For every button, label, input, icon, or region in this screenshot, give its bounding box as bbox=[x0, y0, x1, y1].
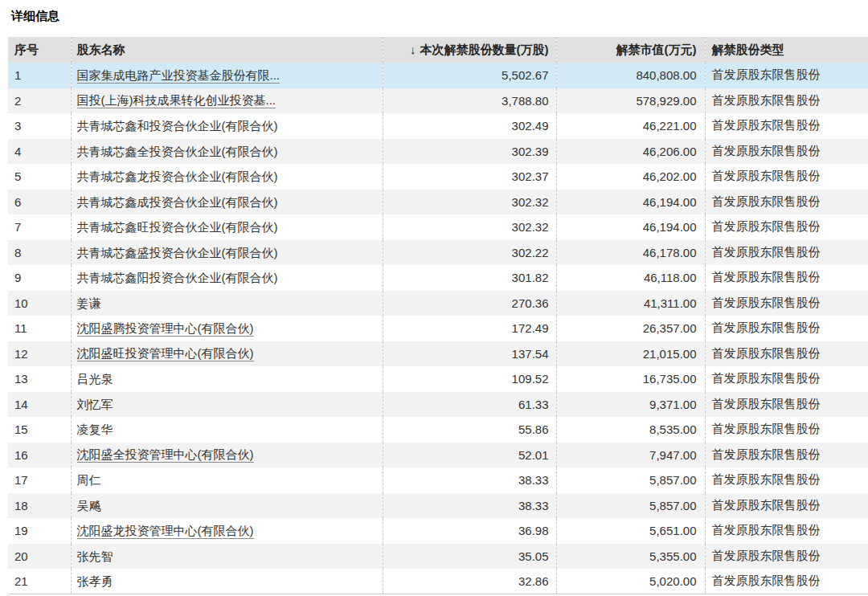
share-type-cell: 首发原股东限售股份 bbox=[705, 518, 868, 544]
shareholder-name[interactable]: 沈阳盛旺投资管理中心(有限合伙) bbox=[77, 345, 254, 361]
row-index: 9 bbox=[8, 265, 71, 291]
shareholder-name: 共青城芯鑫旺投资合伙企业(有限合伙) bbox=[77, 219, 278, 235]
market-value-cell: 840,808.00 bbox=[556, 63, 705, 88]
row-index: 18 bbox=[8, 493, 71, 519]
shareholder-name-cell: 国家集成电路产业投资基金股份有限... bbox=[71, 63, 383, 88]
shareholder-name[interactable]: 沈阳盛龙投资管理中心(有限合伙) bbox=[77, 523, 254, 539]
header-row: 序号 股东名称 ↓本次解禁股份数量(万股) 解禁市值(万元) 解禁股份类型 bbox=[8, 37, 868, 63]
market-value-cell: 9,371.00 bbox=[556, 392, 705, 418]
row-index: 2 bbox=[8, 88, 71, 114]
table-row[interactable]: 11 沈阳盛腾投资管理中心(有限合伙) 172.49 26,357.00 首发原… bbox=[8, 316, 868, 341]
row-index: 4 bbox=[8, 139, 71, 165]
table-row[interactable]: 3 共青城芯鑫和投资合伙企业(有限合伙) 302.49 46,221.00 首发… bbox=[8, 113, 868, 139]
table-row[interactable]: 6 共青城芯鑫成投资合伙企业(有限合伙) 302.32 46,194.00 首发… bbox=[8, 190, 868, 215]
shareholder-name: 共青城芯鑫阳投资合伙企业(有限合伙) bbox=[77, 270, 278, 285]
row-index: 19 bbox=[8, 518, 71, 544]
row-index: 3 bbox=[8, 113, 71, 139]
shareholder-name: 吕光泉 bbox=[77, 371, 113, 386]
share-type-cell: 首发原股东限售股份 bbox=[705, 544, 868, 569]
market-value-cell: 578,929.00 bbox=[556, 88, 705, 114]
unlocked-quantity-cell: 302.37 bbox=[383, 164, 556, 190]
table-row[interactable]: 17 周仁 38.33 5,857.00 首发原股东限售股份 bbox=[8, 467, 868, 493]
table-row[interactable]: 10 姜谦 270.36 41,311.00 首发原股东限售股份 bbox=[8, 291, 868, 316]
table-row[interactable]: 8 共青城芯鑫盛投资合伙企业(有限合伙) 302.22 46,178.00 首发… bbox=[8, 240, 868, 266]
table-row[interactable]: 7 共青城芯鑫旺投资合伙企业(有限合伙) 302.32 46,194.00 首发… bbox=[8, 214, 868, 240]
share-type-cell: 首发原股东限售股份 bbox=[705, 417, 868, 443]
unlocked-quantity-cell: 172.49 bbox=[383, 316, 556, 341]
shareholder-name-cell: 沈阳盛旺投资管理中心(有限合伙) bbox=[71, 341, 383, 367]
shareholder-name-cell: 共青城芯鑫成投资合伙企业(有限合伙) bbox=[71, 190, 383, 215]
shareholder-name: 姜谦 bbox=[77, 296, 101, 311]
unlocked-quantity-cell: 3,788.80 bbox=[383, 88, 556, 114]
market-value-cell: 5,651.00 bbox=[556, 518, 705, 544]
row-index: 14 bbox=[8, 392, 71, 418]
col-header-market-value[interactable]: 解禁市值(万元) bbox=[556, 37, 705, 63]
col-header-shareholder-name[interactable]: 股东名称 bbox=[71, 37, 383, 63]
unlocked-quantity-cell: 137.54 bbox=[383, 341, 556, 367]
shareholder-name-cell: 吕光泉 bbox=[71, 366, 383, 392]
shareholder-name[interactable]: 国家集成电路产业投资基金股份有限... bbox=[77, 67, 280, 84]
row-index: 16 bbox=[8, 443, 71, 468]
row-index: 10 bbox=[8, 291, 71, 316]
table-row[interactable]: 16 沈阳盛全投资管理中心(有限合伙) 52.01 7,947.00 首发原股东… bbox=[8, 443, 868, 468]
row-index: 6 bbox=[8, 190, 71, 215]
table-row[interactable]: 12 沈阳盛旺投资管理中心(有限合伙) 137.54 21,015.00 首发原… bbox=[8, 341, 868, 367]
share-type-cell: 首发原股东限售股份 bbox=[705, 139, 868, 165]
table-row[interactable]: 5 共青城芯鑫龙投资合伙企业(有限合伙) 302.37 46,202.00 首发… bbox=[8, 164, 868, 190]
table-row[interactable]: 20 张先智 35.05 5,355.00 首发原股东限售股份 bbox=[8, 544, 868, 569]
share-type-cell: 首发原股东限售股份 bbox=[705, 240, 868, 266]
row-index: 1 bbox=[8, 63, 71, 88]
market-value-cell: 46,194.00 bbox=[556, 190, 705, 215]
row-index: 15 bbox=[8, 417, 71, 443]
share-type-cell: 首发原股东限售股份 bbox=[705, 316, 868, 341]
market-value-cell: 46,221.00 bbox=[556, 113, 705, 139]
table-row[interactable]: 18 吴飚 38.33 5,857.00 首发原股东限售股份 bbox=[8, 493, 868, 519]
share-type-cell: 首发原股东限售股份 bbox=[705, 88, 868, 114]
market-value-cell: 46,202.00 bbox=[556, 164, 705, 190]
page: 详细信息 序号 股东名称 ↓本次解禁股份数量(万股) 解禁市值(万元) 解禁股份… bbox=[0, 8, 868, 594]
table-row[interactable]: 1 国家集成电路产业投资基金股份有限... 5,502.67 840,808.0… bbox=[8, 63, 868, 88]
col-header-unlocked-quantity[interactable]: ↓本次解禁股份数量(万股) bbox=[383, 37, 556, 63]
share-type-cell: 首发原股东限售股份 bbox=[705, 113, 868, 139]
market-value-cell: 5,857.00 bbox=[556, 493, 705, 519]
table-row[interactable]: 21 张孝勇 32.86 5,020.00 首发原股东限售股份 bbox=[8, 569, 868, 594]
shareholder-name-cell: 国投(上海)科技成果转化创业投资基... bbox=[71, 88, 383, 114]
shareholder-name[interactable]: 沈阳盛腾投资管理中心(有限合伙) bbox=[77, 320, 254, 337]
market-value-cell: 21,015.00 bbox=[556, 341, 705, 367]
table-body: 1 国家集成电路产业投资基金股份有限... 5,502.67 840,808.0… bbox=[8, 63, 868, 594]
shareholder-name-cell: 沈阳盛腾投资管理中心(有限合伙) bbox=[71, 316, 383, 341]
table-row[interactable]: 4 共青城芯鑫全投资合伙企业(有限合伙) 302.39 46,206.00 首发… bbox=[8, 139, 868, 165]
unlocked-quantity-cell: 32.86 bbox=[383, 569, 556, 594]
col-header-share-type[interactable]: 解禁股份类型 bbox=[705, 37, 868, 63]
table-row[interactable]: 15 凌复华 55.86 8,535.00 首发原股东限售股份 bbox=[8, 417, 868, 443]
shareholder-name-cell: 共青城芯鑫盛投资合伙企业(有限合伙) bbox=[71, 240, 383, 266]
row-index: 8 bbox=[8, 240, 71, 266]
col-header-index[interactable]: 序号 bbox=[8, 37, 71, 63]
shareholder-name-cell: 刘忆军 bbox=[71, 392, 383, 418]
shareholder-name: 张先智 bbox=[77, 549, 113, 564]
shareholder-name-cell: 吴飚 bbox=[71, 493, 383, 519]
market-value-cell: 46,118.00 bbox=[556, 265, 705, 291]
sort-desc-icon: ↓ bbox=[410, 43, 416, 56]
table-row[interactable]: 14 刘忆军 61.33 9,371.00 首发原股东限售股份 bbox=[8, 392, 868, 418]
unlocked-quantity-cell: 109.52 bbox=[383, 366, 556, 392]
unlocked-quantity-cell: 301.82 bbox=[383, 265, 556, 291]
table-row[interactable]: 9 共青城芯鑫阳投资合伙企业(有限合伙) 301.82 46,118.00 首发… bbox=[8, 265, 868, 291]
share-type-cell: 首发原股东限售股份 bbox=[705, 569, 868, 594]
table-row[interactable]: 19 沈阳盛龙投资管理中心(有限合伙) 36.98 5,651.00 首发原股东… bbox=[8, 518, 868, 544]
shareholder-name-cell: 凌复华 bbox=[71, 417, 383, 443]
share-type-cell: 首发原股东限售股份 bbox=[705, 392, 868, 418]
share-type-cell: 首发原股东限售股份 bbox=[705, 291, 868, 316]
shareholder-name[interactable]: 国投(上海)科技成果转化创业投资基... bbox=[77, 92, 276, 108]
market-value-cell: 5,355.00 bbox=[556, 544, 705, 569]
table-row[interactable]: 13 吕光泉 109.52 16,735.00 首发原股东限售股份 bbox=[8, 366, 868, 392]
row-index: 12 bbox=[8, 341, 71, 367]
row-index: 13 bbox=[8, 366, 71, 392]
shareholder-name-cell: 周仁 bbox=[71, 467, 383, 493]
shareholder-name-cell: 共青城芯鑫龙投资合伙企业(有限合伙) bbox=[71, 164, 383, 190]
table-row[interactable]: 2 国投(上海)科技成果转化创业投资基... 3,788.80 578,929.… bbox=[8, 88, 868, 114]
shareholder-name[interactable]: 沈阳盛全投资管理中心(有限合伙) bbox=[77, 447, 254, 463]
market-value-cell: 5,020.00 bbox=[556, 569, 705, 594]
shareholder-name-cell: 张孝勇 bbox=[71, 569, 383, 594]
share-type-cell: 首发原股东限售股份 bbox=[705, 190, 868, 215]
